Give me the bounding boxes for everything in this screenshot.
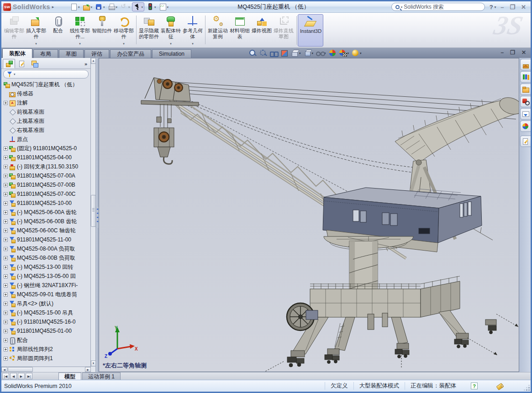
tree-item[interactable]: (-) 钢丝绳 32NAT18X7Fi- [3, 281, 90, 290]
task-pane-tab[interactable] [520, 71, 531, 83]
model-tab[interactable]: 模型 [58, 372, 81, 380]
help-dropdown-icon[interactable]: ▾ [495, 5, 496, 9]
expand-toggle-icon[interactable] [4, 165, 8, 169]
ribbon-button[interactable]: 编辑零部件 ▾ [3, 14, 25, 47]
more-tabs-chevron[interactable]: » [84, 61, 89, 67]
tree-horizontal-scrollbar[interactable]: ◀ ▶ [1, 367, 91, 372]
command-tab[interactable]: 评估 [84, 49, 109, 58]
view-tool-caret-icon[interactable]: ▾ [348, 52, 349, 55]
expand-toggle-icon[interactable] [4, 229, 8, 233]
tab-nav-icon[interactable]: ▶ [18, 373, 25, 379]
ribbon-dropdown-caret-icon[interactable]: ▾ [123, 42, 125, 47]
expand-toggle-icon[interactable] [4, 338, 8, 342]
ribbon-button[interactable]: 显示隐藏的零部件 ▾ [138, 14, 160, 47]
tab-nav-icon[interactable]: ◀ [10, 373, 17, 379]
toolbar-button[interactable]: ▾ [119, 2, 131, 11]
expand-toggle-icon[interactable] [4, 320, 8, 324]
expand-toggle-icon[interactable] [4, 274, 8, 278]
tree-item[interactable]: (-) MQ4525-15-00 吊具 [3, 308, 90, 317]
command-tab[interactable]: Simulation [152, 49, 191, 58]
tree-item[interactable]: MQ4525-08-00A 负荷取 [3, 244, 90, 253]
vscroll-thumb[interactable] [91, 195, 96, 227]
tree-item[interactable]: 911801MQ4525-04-00 [3, 153, 90, 162]
expand-toggle-icon[interactable] [4, 302, 8, 306]
expand-toggle-icon[interactable] [4, 356, 8, 361]
view-tool-button[interactable]: ▾ [279, 48, 289, 58]
expand-toggle-icon[interactable] [4, 220, 8, 224]
toolbar-button[interactable]: ▾ [69, 2, 81, 11]
tree-item[interactable]: 911801MQ4525-11-00 [3, 235, 90, 244]
expand-toggle-icon[interactable] [4, 247, 8, 251]
ribbon-button[interactable]: 参考几何体 ▾ [182, 14, 204, 47]
graphics-viewport[interactable]: Y X Z *左右二等角轴测 [99, 58, 519, 372]
tree-item[interactable]: (-) MQ4525-13-00 回转 [3, 262, 90, 272]
expand-toggle-icon[interactable] [4, 147, 8, 151]
task-pane-tab[interactable] [520, 136, 531, 147]
ribbon-dropdown-caret-icon[interactable]: ▾ [79, 42, 81, 47]
tree-item[interactable]: 911801MQ4525-07-00A [3, 171, 90, 180]
toolbar-button[interactable]: ▾ [145, 2, 157, 11]
close-button[interactable]: ✕ [521, 4, 526, 10]
ribbon-button[interactable]: 装配体特征 ▾ [160, 14, 182, 47]
dropdown-caret-icon[interactable]: ▾ [78, 5, 80, 9]
tree-item[interactable]: (-) MQ4525-06-00A 齿轮 [3, 208, 90, 217]
view-tool-caret-icon[interactable]: ▾ [312, 52, 314, 55]
tree-item[interactable]: 局部线性阵列2 [3, 345, 90, 354]
quick-tips-icon[interactable]: ? [471, 383, 478, 389]
task-pane-tab[interactable] [520, 84, 531, 95]
view-tool-button[interactable]: ▾ [328, 48, 337, 58]
command-tab[interactable]: 草图 [59, 49, 84, 58]
view-tool-button[interactable]: ▾ [290, 48, 301, 58]
tree-item[interactable]: (固定) 911801MQ4525-0 [3, 144, 90, 153]
ribbon-button[interactable]: 新建运动算例 ▾ [207, 14, 229, 47]
ribbon-dropdown-caret-icon[interactable]: ▾ [35, 42, 37, 47]
ribbon-button[interactable]: 爆炸视图 ▾ [251, 14, 273, 47]
tree-item[interactable]: 上视基准面 [3, 116, 90, 126]
ribbon-button[interactable]: 材料明细表 ▾ [229, 14, 251, 47]
command-tab[interactable]: 装配体 [2, 48, 32, 58]
resize-grip[interactable] [524, 385, 530, 391]
crane-model[interactable] [99, 58, 519, 372]
toolbar-button[interactable]: ▾ [94, 2, 106, 11]
tree-root-item[interactable]: MQ4525门座起重机 （低） [3, 80, 90, 89]
tree-item[interactable]: 传感器 [3, 89, 90, 98]
tree-item[interactable]: MQ4525-08-00B 负荷取 [3, 253, 90, 262]
tab-feature-manager[interactable] [3, 59, 15, 68]
maximize-button[interactable]: ❐ [510, 4, 515, 10]
view-tool-button[interactable]: ▾ [258, 48, 268, 58]
hscroll-thumb[interactable] [8, 367, 33, 372]
dropdown-caret-icon[interactable]: ▾ [142, 5, 143, 9]
search-input[interactable]: ▾ SolidWorks 搜索 [391, 3, 485, 11]
view-tool-caret-icon[interactable]: ▾ [360, 52, 362, 55]
expand-toggle-icon[interactable] [4, 265, 8, 269]
tab-nav-icon[interactable]: |◀ [2, 373, 9, 379]
task-pane-tab[interactable] [520, 108, 531, 120]
search-dropdown-icon[interactable]: ▾ [401, 5, 403, 9]
tree-item[interactable]: (-) 911801MQ4525-16-0 [3, 317, 90, 326]
expand-toggle-icon[interactable] [4, 238, 8, 242]
tree-vertical-scrollbar[interactable]: ▲ ▼ [91, 58, 96, 372]
tree-item[interactable]: 局部圆周阵列1 [3, 354, 90, 363]
view-tool-button[interactable]: ▾ [248, 48, 257, 58]
filter-caret-icon[interactable]: ▾ [14, 73, 16, 76]
ribbon-button[interactable]: 配合 ▾ [47, 14, 69, 47]
view-tool-button[interactable]: ▾ [303, 48, 314, 58]
tree-item[interactable]: 911801MQ4525-07-00C [3, 189, 90, 199]
toolbar-button[interactable]: ▾ [132, 2, 145, 11]
view-tool-caret-icon[interactable]: ▾ [299, 52, 301, 55]
expand-toggle-icon[interactable] [4, 293, 8, 297]
ribbon-button[interactable]: 插入零部件 ▾ [25, 14, 47, 47]
expand-toggle-icon[interactable] [4, 201, 8, 205]
expand-toggle-icon[interactable] [4, 347, 8, 351]
expand-toggle-icon[interactable] [4, 210, 8, 215]
task-pane-tab[interactable] [520, 121, 531, 132]
scroll-left-icon[interactable]: ◀ [1, 367, 7, 372]
ribbon-dropdown-caret-icon[interactable]: ▾ [170, 42, 172, 47]
doc-close-button[interactable]: ✕ [521, 49, 526, 56]
ribbon-button[interactable]: 移动零部件 ▾ [113, 14, 135, 47]
tree-item[interactable]: 原点 [3, 135, 90, 144]
expand-toggle-icon[interactable] [4, 183, 8, 187]
view-tool-button[interactable]: ▾ [338, 48, 350, 58]
command-tab[interactable]: 办公室产品 [110, 49, 151, 58]
tree-item[interactable]: (-) MQ4525-13-05-00 回 [3, 272, 90, 281]
